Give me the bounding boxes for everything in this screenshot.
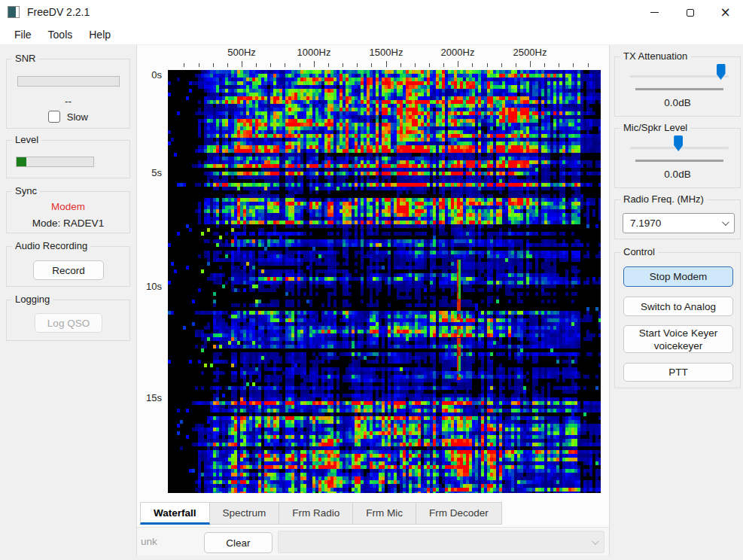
record-button-label: Record bbox=[52, 265, 85, 276]
freq-label-500: 500Hz bbox=[227, 47, 256, 58]
level-progress-fill bbox=[17, 157, 26, 166]
menu-item-tools[interactable]: Tools bbox=[40, 25, 81, 44]
tx-attenuation-slider-line bbox=[635, 88, 723, 90]
clear-button[interactable]: Clear bbox=[204, 532, 273, 553]
snr-value: -- bbox=[7, 96, 129, 107]
sync-group: Sync Modem Mode: RADEV1 bbox=[6, 191, 130, 233]
tab-waterfall[interactable]: Waterfall bbox=[140, 502, 210, 525]
radio-freq-combobox[interactable]: 7.1970 bbox=[623, 213, 735, 233]
tab-frm-radio[interactable]: Frm Radio bbox=[279, 502, 353, 525]
time-label-10s: 10s bbox=[137, 281, 164, 292]
audio-recording-group: Audio Recording Record bbox=[6, 246, 130, 287]
tx-attenuation-slider[interactable] bbox=[630, 75, 729, 78]
tab-frm-mic[interactable]: Frm Mic bbox=[353, 502, 416, 525]
freq-label-1500: 1500Hz bbox=[370, 47, 403, 58]
freq-label-1000: 1000Hz bbox=[297, 47, 331, 58]
sync-mode: Mode: RADEV1 bbox=[7, 218, 129, 229]
bottom-strip: unk Clear bbox=[137, 527, 609, 555]
logging-group: Logging Log QSO bbox=[6, 300, 130, 341]
ptt-button-label: PTT bbox=[668, 367, 688, 378]
snr-progressbar bbox=[17, 76, 120, 87]
close-button[interactable]: × bbox=[708, 0, 743, 25]
waterfall-canvas[interactable] bbox=[168, 70, 601, 493]
level-group-label: Level bbox=[12, 134, 41, 145]
tx-attenuation-group: TX Attenuation 0.0dB bbox=[614, 56, 741, 117]
switch-to-analog-button-label: Switch to Analog bbox=[641, 301, 716, 312]
app-icon bbox=[8, 6, 20, 18]
switch-to-analog-button[interactable]: Switch to Analog bbox=[623, 297, 733, 316]
log-qso-button[interactable]: Log QSO bbox=[35, 313, 102, 333]
voice-keyer-button-line2: voicekeyer bbox=[654, 339, 703, 352]
title-bar: FreeDV 2.2.1 × bbox=[0, 0, 743, 25]
time-label-0s: 0s bbox=[137, 69, 164, 81]
tx-attenuation-value: 0.0dB bbox=[615, 97, 740, 108]
freedv-window: FreeDV 2.2.1 × File Tools Help SNR -- Sl… bbox=[0, 0, 743, 560]
level-group: Level bbox=[6, 140, 130, 178]
stop-modem-button[interactable]: Stop Modem bbox=[623, 266, 733, 287]
sync-status: Modem bbox=[7, 201, 129, 212]
mic-spkr-level-group-label: Mic/Spkr Level bbox=[620, 122, 690, 133]
freq-label-2000: 2000Hz bbox=[441, 47, 475, 58]
menu-item-file[interactable]: File bbox=[6, 25, 40, 44]
menu-bar: File Tools Help bbox=[0, 25, 743, 45]
minimize-icon bbox=[650, 12, 659, 13]
record-button[interactable]: Record bbox=[33, 260, 104, 280]
time-label-15s: 15s bbox=[137, 392, 164, 403]
radio-freq-value: 7.1970 bbox=[630, 218, 661, 229]
tx-attenuation-group-label: TX Attenuation bbox=[620, 50, 690, 62]
radio-freq-group-label: Radio Freq. (MHz) bbox=[620, 193, 707, 205]
menu-item-help[interactable]: Help bbox=[81, 25, 119, 44]
spectrum-panel: 500Hz 1000Hz 1500Hz 2000Hz 2500Hz 0s 5s … bbox=[136, 45, 610, 555]
close-icon: × bbox=[720, 6, 730, 19]
control-group-label: Control bbox=[620, 246, 658, 257]
radio-freq-group: Radio Freq. (MHz) 7.1970 bbox=[614, 199, 741, 239]
maximize-button[interactable] bbox=[672, 0, 708, 25]
status-text: unk bbox=[141, 528, 157, 556]
tab-spectrum[interactable]: Spectrum bbox=[210, 502, 280, 525]
chevron-down-icon bbox=[592, 537, 599, 545]
slow-checkbox-label[interactable]: Slow bbox=[67, 111, 88, 123]
freq-axis-ticks bbox=[168, 60, 601, 68]
voice-keyer-button[interactable]: Start Voice Keyer voicekeyer bbox=[623, 325, 733, 353]
callsign-combobox[interactable] bbox=[278, 531, 604, 553]
stop-modem-button-label: Stop Modem bbox=[650, 271, 708, 282]
control-group: Control Stop Modem Switch to Analog Star… bbox=[614, 252, 741, 388]
tab-frm-decoder[interactable]: Frm Decoder bbox=[416, 502, 502, 525]
snr-group-label: SNR bbox=[12, 53, 38, 64]
mic-spkr-level-slider-line bbox=[635, 160, 723, 162]
ptt-button[interactable]: PTT bbox=[623, 363, 733, 382]
audio-recording-group-label: Audio Recording bbox=[12, 240, 90, 251]
mic-spkr-level-group: Mic/Spkr Level 0.0dB bbox=[614, 128, 741, 188]
level-progressbar bbox=[16, 157, 94, 167]
minimize-button[interactable] bbox=[637, 0, 672, 25]
time-label-5s: 5s bbox=[137, 167, 164, 178]
window-title: FreeDV 2.2.1 bbox=[27, 0, 90, 25]
logging-group-label: Logging bbox=[12, 294, 53, 305]
maximize-icon bbox=[687, 9, 694, 17]
chevron-down-icon bbox=[722, 218, 729, 226]
snr-group: SNR -- Slow bbox=[6, 59, 130, 129]
clear-button-label: Clear bbox=[226, 537, 250, 549]
log-qso-button-label: Log QSO bbox=[47, 318, 90, 329]
tab-bar: Waterfall Spectrum Frm Radio Frm Mic Frm… bbox=[140, 502, 502, 525]
voice-keyer-button-line1: Start Voice Keyer bbox=[639, 327, 717, 339]
sync-group-label: Sync bbox=[12, 185, 40, 196]
freq-label-2500: 2500Hz bbox=[513, 47, 547, 58]
slow-checkbox[interactable] bbox=[48, 111, 60, 123]
mic-spkr-level-value: 0.0dB bbox=[615, 169, 740, 180]
